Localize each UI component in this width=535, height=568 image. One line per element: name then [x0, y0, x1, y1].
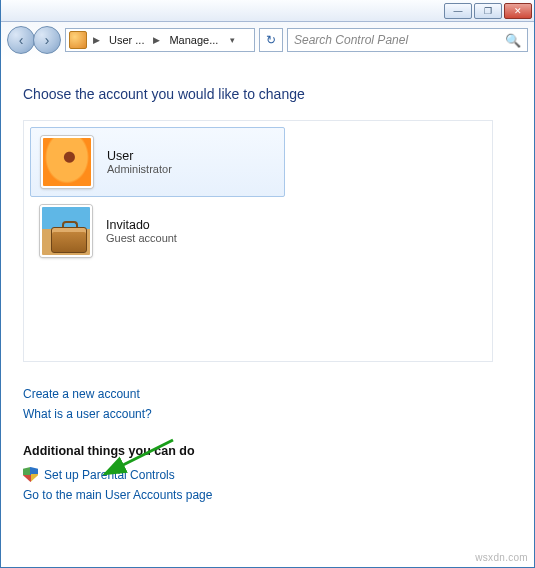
- account-role: Administrator: [107, 163, 172, 175]
- chevron-right-icon: ▶: [90, 35, 103, 45]
- account-text: User Administrator: [107, 149, 172, 175]
- user-accounts-icon: [69, 31, 87, 49]
- content-area: Choose the account you would like to cha…: [1, 58, 534, 519]
- account-role: Guest account: [106, 232, 177, 244]
- link-what-is-account[interactable]: What is a user account?: [23, 404, 512, 424]
- list-spacer: [30, 265, 486, 355]
- breadcrumb[interactable]: ▶ User ... ▶ Manage... ▾: [65, 28, 255, 52]
- nav-back-forward: ‹ ›: [7, 26, 61, 54]
- address-bar-row: ‹ › ▶ User ... ▶ Manage... ▾ ↻ Search Co…: [1, 22, 534, 58]
- minimize-button[interactable]: —: [444, 3, 472, 19]
- refresh-icon: ↻: [266, 33, 276, 47]
- avatar: [40, 205, 92, 257]
- account-name: Invitado: [106, 218, 177, 232]
- account-item-invitado[interactable]: Invitado Guest account: [30, 197, 285, 265]
- breadcrumb-dropdown[interactable]: ▾: [224, 35, 240, 45]
- account-item-user[interactable]: User Administrator: [30, 127, 285, 197]
- avatar: [41, 136, 93, 188]
- additional-heading: Additional things you can do: [23, 444, 512, 458]
- breadcrumb-seg-manage[interactable]: Manage...: [163, 34, 224, 46]
- close-button[interactable]: ✕: [504, 3, 532, 19]
- search-icon: 🔍: [505, 33, 521, 48]
- account-text: Invitado Guest account: [106, 218, 177, 244]
- link-parental-label: Set up Parental Controls: [44, 468, 175, 482]
- back-button[interactable]: ‹: [7, 26, 35, 54]
- search-input[interactable]: Search Control Panel 🔍: [287, 28, 528, 52]
- link-main-user-accounts[interactable]: Go to the main User Accounts page: [23, 485, 512, 505]
- maximize-button[interactable]: ❐: [474, 3, 502, 19]
- breadcrumb-seg-user[interactable]: User ...: [103, 34, 150, 46]
- chevron-right-icon: ▶: [150, 35, 163, 45]
- link-create-account[interactable]: Create a new account: [23, 384, 512, 404]
- watermark: wsxdn.com: [475, 552, 528, 563]
- refresh-button[interactable]: ↻: [259, 28, 283, 52]
- control-panel-window: — ❐ ✕ ‹ › ▶ User ... ▶ Manage... ▾ ↻ Sea…: [0, 0, 535, 568]
- page-title: Choose the account you would like to cha…: [23, 86, 512, 102]
- search-placeholder: Search Control Panel: [294, 33, 408, 47]
- forward-button[interactable]: ›: [33, 26, 61, 54]
- account-name: User: [107, 149, 172, 163]
- shield-icon: [23, 467, 38, 482]
- titlebar: — ❐ ✕: [1, 0, 534, 22]
- accounts-list: User Administrator Invitado Guest accoun…: [23, 120, 493, 362]
- link-parental-controls[interactable]: Set up Parental Controls: [23, 464, 512, 485]
